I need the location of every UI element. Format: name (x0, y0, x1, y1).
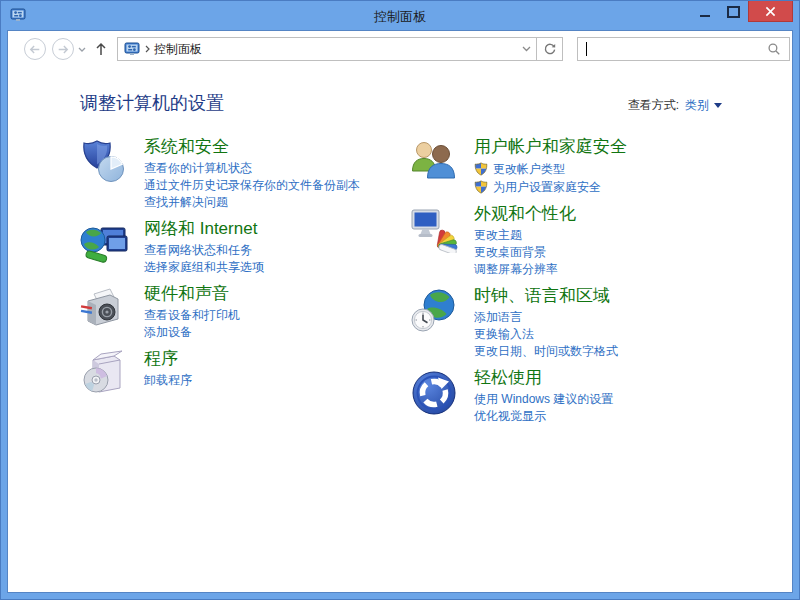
back-button[interactable] (24, 38, 46, 60)
category-link[interactable]: 查找并解决问题 (144, 194, 228, 211)
up-arrow-icon (95, 42, 107, 56)
ease-of-access-icon[interactable] (410, 369, 458, 417)
refresh-icon (543, 42, 557, 56)
refresh-button[interactable] (536, 37, 563, 61)
category-title[interactable]: 外观和个性化 (474, 202, 576, 225)
window-title: 控制面板 (1, 8, 799, 26)
category-title[interactable]: 硬件和声音 (144, 282, 229, 305)
navigation-bar: 控制面板 (8, 31, 792, 67)
category-user-accounts: 用户帐户和家庭安全 (410, 135, 740, 196)
view-by-dropdown[interactable]: 类别 (685, 97, 722, 114)
programs-icon[interactable] (80, 350, 128, 398)
category-title[interactable]: 时钟、语言和区域 (474, 284, 610, 307)
back-arrow-icon (29, 45, 41, 54)
category-link[interactable]: 通过文件历史记录保存你的文件备份副本 (144, 177, 360, 194)
category-title[interactable]: 程序 (144, 347, 178, 370)
uac-shield-icon (474, 162, 488, 176)
uac-shield-icon (474, 180, 488, 194)
category-appearance: 外观和个性化 更改主题 更改桌面背景 调整屏幕分辨率 (410, 202, 740, 278)
category-link[interactable]: 查看你的计算机状态 (144, 160, 252, 177)
main-area: 调整计算机的设置 查看方式: 类别 (8, 91, 792, 431)
category-title[interactable]: 网络和 Internet (144, 217, 257, 240)
category-link[interactable]: 优化视觉显示 (474, 408, 546, 425)
category-link[interactable]: 更改桌面背景 (474, 244, 546, 261)
category-link[interactable]: 更改主题 (474, 227, 522, 244)
category-link[interactable]: 查看网络状态和任务 (144, 242, 252, 259)
forward-button[interactable] (52, 38, 74, 60)
category-link[interactable]: 更改日期、时间或数字格式 (474, 343, 618, 360)
control-panel-icon (124, 41, 140, 57)
address-bar[interactable]: 控制面板 (117, 37, 537, 61)
view-by-value: 类别 (685, 97, 709, 114)
up-button[interactable] (95, 42, 107, 56)
category-link[interactable]: 卸载程序 (144, 372, 192, 389)
text-caret (586, 42, 587, 56)
minimize-button[interactable] (690, 1, 719, 22)
chevron-down-icon (78, 47, 86, 52)
category-link[interactable]: 使用 Windows 建议的设置 (474, 391, 613, 408)
view-by: 查看方式: 类别 (628, 97, 722, 114)
breadcrumb-control-panel[interactable]: 控制面板 (154, 41, 202, 58)
window-content: 控制面板 (7, 30, 793, 593)
category-link[interactable]: 添加语言 (474, 309, 522, 326)
appearance-personalization-icon[interactable] (410, 205, 458, 253)
category-link[interactable]: 选择家庭组和共享选项 (144, 259, 264, 276)
address-dropdown[interactable] (522, 46, 531, 52)
maximize-icon (727, 6, 740, 18)
category-link[interactable]: 更换输入法 (474, 326, 534, 343)
network-internet-icon[interactable] (80, 220, 128, 268)
clock-language-region-icon[interactable] (410, 287, 458, 335)
dropdown-arrow-icon (714, 103, 722, 108)
category-link[interactable]: 调整屏幕分辨率 (474, 261, 558, 278)
left-column: 系统和安全 查看你的计算机状态 通过文件历史记录保存你的文件备份副本 查找并解决… (80, 135, 410, 431)
breadcrumb-chevron-icon (145, 45, 150, 53)
search-input[interactable] (577, 37, 790, 61)
titlebar[interactable]: 控制面板 (1, 1, 799, 30)
chevron-down-icon (522, 46, 531, 52)
category-network-internet: 网络和 Internet 查看网络状态和任务 选择家庭组和共享选项 (80, 217, 410, 276)
category-link-label: 为用户设置家庭安全 (493, 178, 601, 196)
category-title[interactable]: 轻松使用 (474, 366, 542, 389)
category-title[interactable]: 用户帐户和家庭安全 (474, 135, 627, 158)
hardware-sound-icon[interactable] (80, 285, 128, 333)
right-column: 用户帐户和家庭安全 (410, 135, 740, 431)
category-link[interactable]: 更改帐户类型 (474, 160, 565, 178)
recent-pages-dropdown[interactable] (78, 47, 86, 52)
category-link[interactable]: 为用户设置家庭安全 (474, 178, 601, 196)
category-ease-of-access: 轻松使用 使用 Windows 建议的设置 优化视觉显示 (410, 366, 740, 425)
category-programs: 程序 卸载程序 (80, 347, 410, 398)
category-clock-language-region: 时钟、语言和区域 添加语言 更换输入法 更改日期、时间或数字格式 (410, 284, 740, 360)
forward-arrow-icon (57, 45, 69, 54)
page-title: 调整计算机的设置 (80, 91, 224, 115)
system-security-icon[interactable] (80, 138, 128, 186)
control-panel-window: 控制面板 (0, 0, 800, 600)
search-icon (767, 42, 781, 56)
category-hardware-sound: 硬件和声音 查看设备和打印机 添加设备 (80, 282, 410, 341)
category-system-security: 系统和安全 查看你的计算机状态 通过文件历史记录保存你的文件备份副本 查找并解决… (80, 135, 410, 211)
close-icon (765, 6, 776, 17)
category-link[interactable]: 添加设备 (144, 324, 192, 341)
category-title[interactable]: 系统和安全 (144, 135, 229, 158)
maximize-button[interactable] (719, 1, 748, 22)
close-button[interactable] (748, 1, 793, 22)
category-link[interactable]: 查看设备和打印机 (144, 307, 240, 324)
category-link-label: 更改帐户类型 (493, 160, 565, 178)
view-by-label: 查看方式: (628, 97, 679, 114)
minimize-icon (700, 15, 710, 17)
user-accounts-icon[interactable] (410, 138, 458, 186)
